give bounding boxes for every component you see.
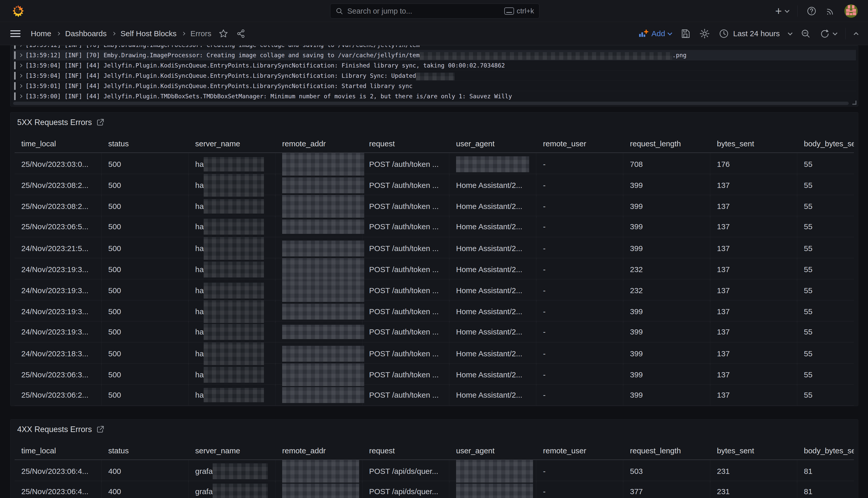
refresh-button[interactable] (819, 28, 837, 39)
star-icon (219, 29, 228, 39)
expand-chevron-icon[interactable] (19, 54, 22, 56)
table-cell: - (536, 481, 623, 498)
external-link-icon[interactable] (96, 425, 105, 434)
column-header-status[interactable]: status (101, 135, 189, 153)
column-header-user_agent[interactable]: user_agent (449, 442, 536, 459)
breadcrumb-dashboards[interactable]: Dashboards (65, 29, 107, 38)
column-header-bytes_sent[interactable]: bytes_sent (710, 442, 797, 459)
column-header-server_name[interactable]: server_name (189, 442, 275, 459)
table-cell: 399 (623, 237, 710, 260)
search-input[interactable]: Search or jump to... ctrl+k (330, 4, 539, 18)
table-cell: 500 (101, 300, 189, 323)
table-cell: - (536, 216, 623, 237)
column-header-body_bytes_se[interactable]: body_bytes_se (797, 135, 854, 153)
log-line[interactable]: [13:59:12] [INF] [70] Emby.Drawing.Image… (13, 45, 856, 50)
news-button[interactable] (825, 6, 836, 16)
menu-toggle-button[interactable] (10, 30, 21, 37)
add-panel-label: Add (652, 29, 665, 38)
table-cell: 25/Nov/2023:06:5... (15, 216, 101, 237)
table-cell: ha (189, 237, 275, 260)
table-cell: - (536, 237, 623, 260)
dashboard-settings-button[interactable] (699, 28, 710, 39)
log-line[interactable]: [13:59:04] [INF] [44] Jellyfin.Plugin.Ko… (13, 60, 856, 70)
table-cell: - (536, 174, 623, 197)
table-cell: 500 (101, 342, 189, 365)
table-cell: Home Assistant/2... (449, 364, 536, 386)
table-cell: 232 (623, 279, 710, 302)
column-header-status[interactable]: status (101, 442, 189, 459)
column-header-remote_user[interactable]: remote_user (536, 135, 623, 153)
log-line[interactable]: [13:59:04] [INF] [44] Jellyfin.Plugin.Ko… (13, 70, 856, 81)
zoom-out-time-button[interactable] (801, 28, 811, 39)
table-cell: 399 (623, 364, 710, 386)
column-header-request[interactable]: request (363, 442, 449, 459)
horizontal-scrollbar[interactable] (13, 102, 849, 105)
log-text: [13:59:04] [INF] [44] Jellyfin.Plugin.Ko… (25, 62, 505, 69)
avatar[interactable] (844, 4, 858, 18)
table-cell: 377 (623, 481, 710, 498)
expand-chevron-icon[interactable] (19, 45, 22, 46)
chevron-right-icon (182, 32, 185, 35)
table-cell: 176 (710, 153, 797, 175)
help-button[interactable] (806, 6, 817, 16)
column-header-time_local[interactable]: time_local (15, 135, 101, 153)
column-header-server_name[interactable]: server_name (189, 135, 275, 153)
table-cell: 55 (797, 174, 854, 197)
time-range-picker[interactable]: Last 24 hours (719, 28, 792, 39)
table-cell: 137 (710, 279, 797, 302)
table-cell: 137 (710, 195, 797, 218)
log-line[interactable]: [13:59:01] [INF] [44] Jellyfin.Plugin.Ko… (13, 81, 856, 91)
redacted-text (282, 346, 364, 362)
column-header-remote_addr[interactable]: remote_addr (275, 442, 363, 459)
log-level-bar (14, 82, 16, 90)
expand-chevron-icon[interactable] (19, 85, 22, 87)
column-header-time_local[interactable]: time_local (15, 442, 101, 459)
table-row: 25/Nov/2023:06:5...500haPOST /auth/token… (15, 216, 854, 237)
plus-icon: + (775, 5, 782, 17)
chevron-right-icon (112, 32, 115, 35)
share-button[interactable] (236, 29, 246, 39)
panel-title[interactable]: 4XX Requests Errors (17, 425, 92, 434)
collapse-toolbar-button[interactable] (854, 32, 858, 36)
column-header-remote_user[interactable]: remote_user (536, 442, 623, 459)
grafana-logo-icon[interactable] (12, 5, 25, 17)
column-header-request[interactable]: request (363, 135, 449, 153)
breadcrumb-home[interactable]: Home (31, 29, 51, 38)
expand-chevron-icon[interactable] (19, 64, 22, 67)
column-header-body_bytes_se[interactable]: body_bytes_se (797, 442, 854, 459)
table-cell: 500 (101, 216, 189, 237)
panel-resize-handle[interactable] (852, 101, 856, 105)
column-header-request_length[interactable]: request_length (623, 135, 710, 153)
table-cell: POST /auth/token ... (363, 279, 449, 302)
table-cell: 55 (797, 153, 854, 175)
table-cell: POST /api/ds/quer... (363, 460, 449, 483)
external-link-icon[interactable] (96, 118, 105, 127)
redacted-text (204, 283, 264, 299)
log-line[interactable]: [13:59:12] [INF] [70] Emby.Drawing.Image… (13, 50, 856, 60)
column-header-remote_addr[interactable]: remote_addr (275, 135, 363, 153)
new-button[interactable]: + (775, 5, 789, 17)
table-cell: 500 (101, 364, 189, 386)
table-row: 24/Nov/2023:18:3...500haPOST /auth/token… (15, 342, 854, 364)
favorite-button[interactable] (219, 29, 228, 39)
table-cell: 137 (710, 322, 797, 342)
column-header-request_length[interactable]: request_length (623, 442, 710, 459)
column-header-user_agent[interactable]: user_agent (449, 135, 536, 153)
table: time_localstatusserver_nameremote_addrre… (15, 442, 854, 498)
add-panel-button[interactable]: Add (638, 28, 672, 39)
expand-chevron-icon[interactable] (19, 75, 22, 77)
column-header-bytes_sent[interactable]: bytes_sent (710, 135, 797, 153)
log-text: [13:59:12] [INF] [70] Emby.Drawing.Image… (25, 52, 420, 58)
table-cell: - (536, 258, 623, 281)
breadcrumb-self-host-blocks[interactable]: Self Host Blocks (121, 29, 176, 38)
table-cell: grafa (189, 460, 275, 483)
expand-chevron-icon[interactable] (19, 95, 22, 97)
table-cell: - (536, 153, 623, 175)
panel-title[interactable]: 5XX Requests Errors (17, 118, 92, 127)
table-row: 24/Nov/2023:19:3...500haPOST /auth/token… (15, 300, 854, 322)
log-line[interactable]: [13:59:00] [INF] [44] Jellyfin.Plugin.TM… (13, 91, 856, 101)
table-row: 25/Nov/2023:06:2...500haPOST /auth/token… (15, 384, 854, 406)
save-dashboard-button[interactable] (680, 28, 691, 39)
table-cell (275, 342, 363, 365)
redacted-text (204, 199, 264, 213)
